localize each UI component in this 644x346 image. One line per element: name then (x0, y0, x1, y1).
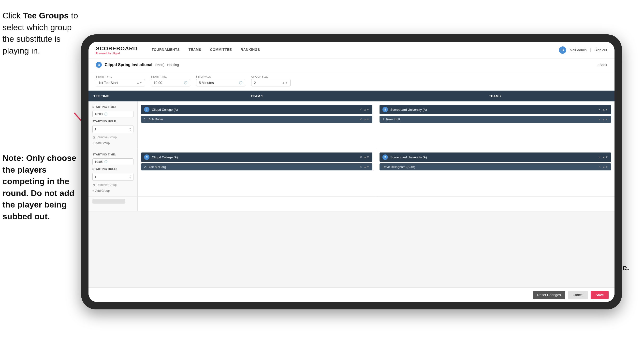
partial-team-col-2 (376, 197, 614, 211)
trash-icon-1: 🗑 (92, 136, 95, 139)
player2-close-2[interactable]: ✕ (598, 165, 601, 169)
start-type-input[interactable]: 1st Tee Start ▲▼ (96, 79, 145, 86)
add-group-btn-2[interactable]: + Add Group (92, 189, 134, 193)
nav-committee[interactable]: COMMITTEE (206, 42, 236, 58)
player1-name-2: 2. Blair McHarg (144, 165, 360, 169)
start-time-input[interactable]: 10:00 🕐 (151, 79, 190, 86)
player2-name-2: Dave Billingham (SUB) (382, 165, 598, 169)
tee-groups-bold: Tee Groups (23, 11, 68, 20)
table-header-row: Tee Time Team 1 Team 2 (88, 91, 614, 101)
logo-powered: Powered by clippd (96, 52, 138, 55)
player1-actions-1: ✕ ▲▼ (360, 118, 370, 121)
plus-icon-1: + (92, 141, 94, 145)
player1-close-2[interactable]: ✕ (360, 165, 362, 169)
group-row-1: STARTING TIME: 10:00 🕐 STARTING HOLE: 1 … (88, 101, 614, 149)
starting-hole-label-2: STARTING HOLE: (92, 167, 134, 170)
remove-group-btn-2[interactable]: 🗑 Remove Group (92, 183, 134, 187)
main-content: Start Type 1st Tee Start ▲▼ Start Time 1… (88, 71, 614, 302)
save-button[interactable]: Save (591, 291, 608, 299)
team1-card-1[interactable]: C Clippd College (A) ✕ ▲▼ (141, 105, 372, 114)
time-input-2[interactable]: 10:05 🕐 (92, 158, 134, 165)
team2-card-2[interactable]: S Scoreboard University (A) ✕ ▲▼ (380, 152, 611, 162)
team2-col-2: S Scoreboard University (A) ✕ ▲▼ Dave Bi… (376, 149, 614, 196)
team2-card-1[interactable]: S Scoreboard University (A) ✕ ▲▼ (380, 105, 611, 114)
nav-teams[interactable]: TEAMS (184, 42, 206, 58)
team1-avatar-2: C (144, 154, 150, 160)
intervals-label: Intervals (196, 75, 245, 78)
add-group-btn-1[interactable]: + Add Group (92, 141, 134, 145)
player2-name-1: 1. Rees Britt (382, 117, 598, 121)
plus-icon-2: + (92, 189, 94, 193)
player2-close-1[interactable]: ✕ (598, 118, 601, 121)
group-size-field: Group Size 2 ▲▼ (251, 75, 290, 86)
instruction-note: Note: Only choose the players competing … (2, 152, 79, 223)
group-row-2: STARTING TIME: 10:05 🕐 STARTING HOLE: 1 … (88, 149, 614, 197)
trash-icon-2: 🗑 (92, 183, 95, 187)
group-size-input[interactable]: 2 ▲▼ (251, 79, 290, 86)
team2-close-icon-2[interactable]: ✕ (598, 155, 601, 159)
user-avatar: B (559, 46, 566, 54)
team2-close-icon-1[interactable]: ✕ (598, 108, 601, 111)
nav-tournaments[interactable]: TOURNAMENTS (147, 42, 184, 58)
tournament-gender: (Men) (155, 63, 164, 67)
hole-arrows-1: ▲▼ (129, 127, 131, 132)
team1-name-1: Clippd College (A) (152, 108, 357, 111)
team1-name-2: Clippd College (A) (152, 155, 357, 159)
note-content-bold: Only choose the players competing in the… (2, 153, 76, 221)
start-type-label: Start Type (96, 75, 145, 78)
partial-time-col (88, 197, 138, 211)
team2-name-2: Scoreboard University (A) (390, 155, 596, 159)
starting-hole-label-1: STARTING HOLE: (92, 120, 134, 123)
hole-arrows-2: ▲▼ (129, 174, 131, 179)
nav-rankings[interactable]: RANKINGS (236, 42, 264, 58)
intervals-input[interactable]: 5 Minutes 🕐 (196, 79, 245, 86)
team1-actions-2: ✕ ▲▼ (360, 155, 370, 159)
player1-close-1[interactable]: ✕ (360, 118, 362, 121)
time-col-2: STARTING TIME: 10:05 🕐 STARTING HOLE: 1 … (88, 149, 138, 196)
team2-actions-1: ✕ ▲▼ (598, 108, 608, 111)
start-type-field: Start Type 1st Tee Start ▲▼ (96, 75, 145, 86)
tablet-screen: SCOREBOARD Powered by clippd TOURNAMENTS… (88, 42, 614, 302)
remove-group-btn-1[interactable]: 🗑 Remove Group (92, 136, 134, 139)
back-button[interactable]: ‹ Back (597, 63, 607, 67)
team1-col-1: C Clippd College (A) ✕ ▲▼ 1. Rich Butler… (138, 101, 376, 149)
nav-links: TOURNAMENTS TEAMS COMMITTEE RANKINGS (147, 42, 559, 58)
team2-col-1: S Scoreboard University (A) ✕ ▲▼ 1. Rees… (376, 101, 614, 149)
time-col-1: STARTING TIME: 10:00 🕐 STARTING HOLE: 1 … (88, 101, 138, 149)
player2-card-1: 1. Rees Britt ✕ ▲▼ (380, 116, 611, 123)
config-row: Start Type 1st Tee Start ▲▼ Start Time 1… (88, 71, 614, 91)
player1-card-2: 2. Blair McHarg ✕ ▲▼ (141, 163, 372, 170)
reset-changes-button[interactable]: Reset Changes (533, 291, 565, 299)
team1-col-2: C Clippd College (A) ✕ ▲▼ 2. Blair McHar… (138, 149, 376, 196)
player1-arrows-2: ▲▼ (364, 165, 370, 169)
team1-close-icon-1[interactable]: ✕ (360, 108, 362, 111)
player2-actions-2: ✕ ▲▼ (598, 165, 608, 169)
tournament-title: Clippd Spring Invitational (105, 63, 152, 67)
time-input-1[interactable]: 10:00 🕐 (92, 111, 134, 117)
player2-card-2: Dave Billingham (SUB) ✕ ▲▼ (380, 163, 611, 170)
starting-time-label-1: STARTING TIME: (92, 105, 134, 108)
team2-arrows-icon-2: ▲▼ (602, 155, 608, 159)
group-size-arrow: ▲▼ (282, 81, 288, 84)
team1-card-2[interactable]: C Clippd College (A) ✕ ▲▼ (141, 152, 372, 162)
nav-right: B blair admin | Sign out (559, 46, 607, 54)
partial-group-row (88, 197, 614, 211)
player1-arrows-1: ▲▼ (364, 118, 370, 121)
cancel-button[interactable]: Cancel (568, 291, 588, 299)
logo-scoreboard: SCOREBOARD (96, 45, 138, 52)
start-time-field: Start Time 10:00 🕐 (151, 75, 190, 86)
clock-icon: 🕐 (184, 81, 188, 84)
team1-arrows-icon-1: ▲▼ (364, 108, 370, 111)
intervals-clock-icon: 🕐 (239, 81, 242, 84)
starting-time-label-2: STARTING TIME: (92, 153, 134, 156)
time-icon-2: 🕐 (104, 160, 108, 163)
tee-table: Tee Time Team 1 Team 2 STARTING TIME: 10… (88, 91, 614, 287)
tablet-frame: SCOREBOARD Powered by clippd TOURNAMENTS… (81, 34, 622, 310)
time-icon-1: 🕐 (104, 112, 108, 116)
player1-name-1: 1. Rich Butler (144, 117, 360, 121)
sign-out-link[interactable]: Sign out (594, 48, 607, 52)
hole-input-2[interactable]: 1 ▲▼ (92, 173, 134, 181)
note-prefix-bold: Note: (2, 153, 26, 163)
hole-input-1[interactable]: 1 ▲▼ (92, 125, 134, 133)
team1-close-icon-2[interactable]: ✕ (360, 155, 362, 159)
